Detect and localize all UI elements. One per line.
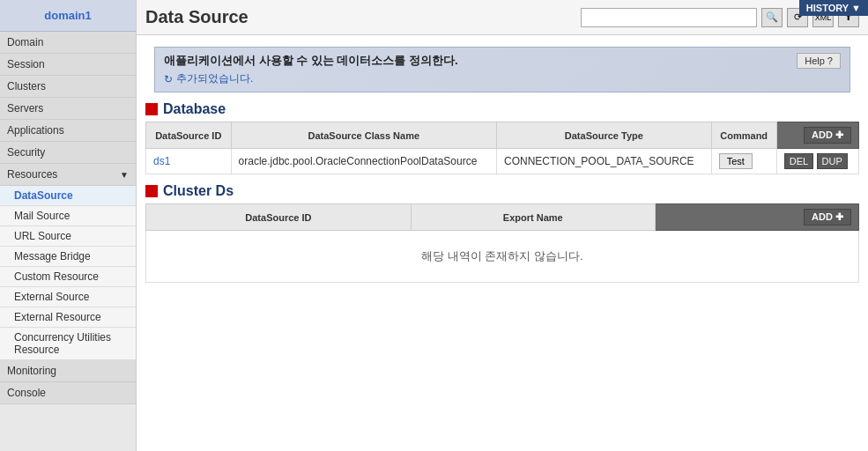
history-arrow-icon: ▼ xyxy=(851,3,861,13)
cluster-ds-table: DataSource ID Export Name ADD ✚ 해당 내역이 존… xyxy=(145,203,859,283)
sidebar-sub-message-bridge[interactable]: Message Bridge xyxy=(0,247,136,267)
sidebar-item-clusters[interactable]: Clusters xyxy=(0,76,136,98)
sidebar: domain1 Domain Session Clusters Servers … xyxy=(0,0,137,451)
database-icon xyxy=(145,103,158,115)
empty-row: 해당 내역이 존재하지 않습니다. xyxy=(146,231,859,283)
col-cluster-datasource-id: DataSource ID xyxy=(146,204,412,231)
banner-added: ↻ 추가되었습니다. xyxy=(164,71,841,86)
sidebar-sub-datasource[interactable]: DataSource xyxy=(0,186,136,206)
test-button[interactable]: Test xyxy=(719,153,753,169)
sidebar-item-domain[interactable]: Domain xyxy=(0,32,136,54)
search-input[interactable] xyxy=(581,8,757,27)
datasource-type-cell: CONNECTION_POOL_DATA_SOURCE xyxy=(497,149,712,174)
col-command: Command xyxy=(711,122,776,149)
database-section-title: Database xyxy=(163,101,226,117)
sidebar-item-applications[interactable]: Applications xyxy=(0,120,136,142)
topbar: Data Source 🔍 ⟳ XML ⬆ HISTORY ▼ xyxy=(137,0,868,35)
page-title: Data Source xyxy=(145,7,249,27)
sidebar-sub-custom-resource[interactable]: Custom Resource xyxy=(0,267,136,287)
cluster-ds-section-header: Cluster Ds xyxy=(145,183,859,199)
sidebar-item-resources[interactable]: Resources ▼ xyxy=(0,164,136,186)
datasource-id-cell: ds1 xyxy=(146,149,232,174)
sidebar-sub-url-source[interactable]: URL Source xyxy=(0,226,136,247)
table-row: ds1 oracle.jdbc.pool.OracleConnectionPoo… xyxy=(146,149,859,174)
resources-arrow-icon: ▼ xyxy=(120,170,129,180)
col-datasource-class: DataSource Class Name xyxy=(231,122,496,149)
sidebar-sub-mail-source[interactable]: Mail Source xyxy=(0,206,136,226)
cluster-ds-add-button[interactable]: ADD ✚ xyxy=(804,209,851,226)
datasource-command-cell: Test xyxy=(711,149,776,174)
cluster-ds-icon xyxy=(145,185,158,197)
content-area: Help ? 애플리케이션에서 사용할 수 있는 데이터소스를 정의한다. ↻ … xyxy=(137,35,868,451)
col-datasource-type: DataSource Type xyxy=(497,122,712,149)
col-add-cluster-ds: ADD ✚ xyxy=(655,204,858,231)
info-banner: Help ? 애플리케이션에서 사용할 수 있는 데이터소스를 정의한다. ↻ … xyxy=(154,47,850,92)
duplicate-button[interactable]: DUP xyxy=(817,153,848,169)
sidebar-domain[interactable]: domain1 xyxy=(0,0,136,32)
cluster-ds-section-title: Cluster Ds xyxy=(163,183,234,199)
empty-text: 해당 내역이 존재하지 않습니다. xyxy=(146,231,859,283)
sidebar-sub-external-source[interactable]: External Source xyxy=(0,287,136,307)
main-content: Data Source 🔍 ⟳ XML ⬆ HISTORY ▼ Help ? 애… xyxy=(137,0,868,451)
sidebar-item-session[interactable]: Session xyxy=(0,54,136,76)
search-button[interactable]: 🔍 xyxy=(761,8,783,27)
sidebar-item-console[interactable]: Console xyxy=(0,382,136,404)
datasource-class-cell: oracle.jdbc.pool.OracleConnectionPoolDat… xyxy=(231,149,496,174)
sidebar-item-servers[interactable]: Servers xyxy=(0,98,136,120)
delete-button[interactable]: DEL xyxy=(784,153,813,169)
banner-description: 애플리케이션에서 사용할 수 있는 데이터소스를 정의한다. xyxy=(164,53,841,69)
sidebar-sub-external-resource[interactable]: External Resource xyxy=(0,307,136,328)
sidebar-item-monitoring[interactable]: Monitoring xyxy=(0,360,136,382)
datasource-id-link[interactable]: ds1 xyxy=(153,155,170,167)
help-button[interactable]: Help ? xyxy=(797,53,841,69)
database-section-header: Database xyxy=(145,101,859,117)
history-button[interactable]: HISTORY ▼ xyxy=(799,0,868,16)
database-table: DataSource ID DataSource Class Name Data… xyxy=(145,122,859,174)
database-add-button[interactable]: ADD ✚ xyxy=(804,127,851,144)
refresh-small-icon: ↻ xyxy=(164,73,173,85)
col-add-database: ADD ✚ xyxy=(776,122,858,149)
col-datasource-id: DataSource ID xyxy=(146,122,232,149)
sidebar-item-security[interactable]: Security xyxy=(0,142,136,164)
col-export-name: Export Name xyxy=(411,204,655,231)
sidebar-sub-concurrency-utilities[interactable]: Concurrency Utilities Resource xyxy=(0,328,136,360)
datasource-action-cell: DEL DUP xyxy=(776,149,858,174)
